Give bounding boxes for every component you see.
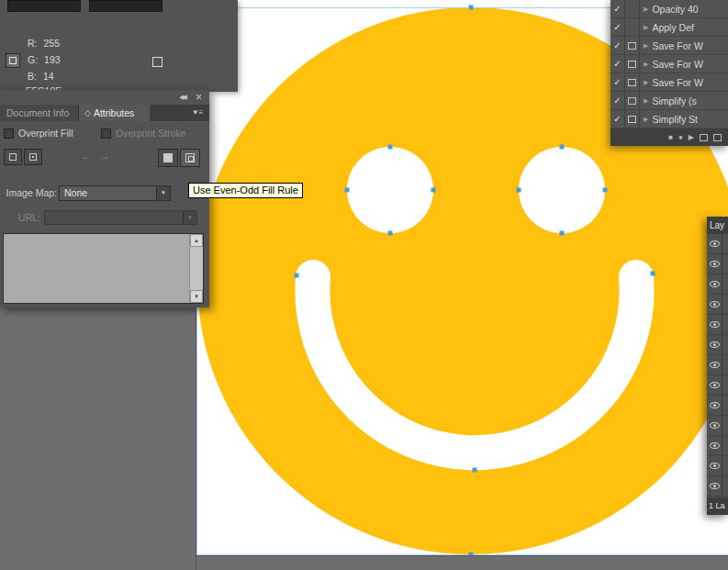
visibility-toggle[interactable] bbox=[707, 355, 722, 374]
visibility-toggle[interactable] bbox=[707, 274, 722, 294]
actions-footer: ■ ● ▶ bbox=[610, 129, 728, 146]
action-dialog-cell[interactable] bbox=[625, 55, 640, 73]
layer-row[interactable] bbox=[707, 254, 728, 274]
collapse-panel-icon[interactable]: ◀◀ bbox=[179, 94, 185, 101]
expand-triangle-icon[interactable]: ▶ bbox=[644, 6, 648, 13]
action-row[interactable]: ✓ ▶ Save For W bbox=[610, 73, 728, 92]
visibility-toggle[interactable] bbox=[707, 234, 722, 253]
overprint-stroke-checkbox[interactable] bbox=[101, 129, 111, 139]
dialog-toggle-icon bbox=[628, 97, 636, 105]
pasteboard-left bbox=[0, 307, 196, 570]
visibility-toggle[interactable] bbox=[707, 476, 722, 496]
visibility-toggle[interactable] bbox=[707, 375, 722, 395]
dialog-toggle-icon bbox=[628, 116, 636, 123]
action-check-icon[interactable]: ✓ bbox=[610, 110, 625, 128]
channel-row-green: G: 193 bbox=[28, 54, 61, 65]
action-check-icon[interactable]: ✓ bbox=[610, 37, 625, 54]
layer-row[interactable] bbox=[707, 234, 728, 254]
visibility-toggle[interactable] bbox=[707, 416, 722, 435]
channel-value[interactable]: 14 bbox=[43, 71, 54, 82]
swatch-icon bbox=[9, 57, 17, 64]
new-action-icon[interactable] bbox=[700, 134, 708, 141]
channel-value[interactable]: 193 bbox=[44, 54, 61, 65]
tab-attributes[interactable]: ◇ Attributes bbox=[79, 105, 150, 121]
fill-proxy-swatch[interactable] bbox=[6, 53, 20, 68]
expand-triangle-icon[interactable]: ▶ bbox=[644, 97, 648, 105]
layer-row[interactable] bbox=[707, 274, 728, 295]
color-well[interactable] bbox=[89, 0, 162, 12]
action-dialog-cell[interactable] bbox=[625, 37, 640, 54]
preview-scrollbar[interactable]: ▲ ▼ bbox=[189, 234, 203, 303]
action-dialog-cell[interactable] bbox=[625, 73, 640, 91]
action-check-icon[interactable]: ✓ bbox=[610, 73, 625, 91]
layer-row[interactable] bbox=[707, 416, 728, 436]
action-check-icon[interactable]: ✓ bbox=[610, 0, 625, 17]
layer-row[interactable] bbox=[707, 375, 728, 396]
reverse-path-right-icon[interactable]: → bbox=[99, 150, 110, 162]
action-dialog-cell[interactable] bbox=[625, 110, 640, 128]
action-row[interactable]: ✓ ▶ Save For W bbox=[610, 37, 728, 55]
smiley-right-eye[interactable] bbox=[519, 147, 605, 233]
visibility-toggle[interactable] bbox=[707, 254, 722, 274]
visibility-toggle[interactable] bbox=[707, 456, 722, 475]
nonzero-winding-fill-button[interactable] bbox=[158, 149, 178, 167]
expand-triangle-icon[interactable]: ▶ bbox=[644, 116, 648, 123]
close-panel-icon[interactable]: × bbox=[196, 91, 202, 104]
empty-swatch[interactable] bbox=[152, 57, 162, 67]
image-map-dropdown[interactable]: None ▼ bbox=[59, 185, 171, 201]
visibility-toggle[interactable] bbox=[707, 436, 722, 455]
delete-action-icon[interactable] bbox=[713, 134, 722, 141]
action-row[interactable]: ✓ ▶ Apply Def bbox=[610, 18, 728, 37]
eye-icon bbox=[710, 442, 720, 449]
play-icon[interactable]: ▶ bbox=[689, 134, 694, 141]
layer-row[interactable] bbox=[707, 315, 728, 335]
anchor-point bbox=[388, 145, 393, 150]
action-check-icon[interactable]: ✓ bbox=[610, 92, 625, 109]
layer-row[interactable] bbox=[707, 355, 728, 375]
action-check-icon[interactable]: ✓ bbox=[610, 18, 625, 36]
action-dialog-cell[interactable] bbox=[625, 92, 640, 109]
layer-row[interactable] bbox=[707, 295, 728, 315]
smiley-left-eye[interactable] bbox=[347, 147, 433, 233]
dialog-toggle-icon bbox=[628, 61, 636, 68]
action-row[interactable]: ✓ ▶ Simplify (s bbox=[610, 92, 728, 110]
action-label: Save For W bbox=[652, 77, 702, 88]
layer-row[interactable] bbox=[707, 476, 728, 497]
channel-label: B: bbox=[28, 71, 37, 82]
expand-triangle-icon[interactable]: ▶ bbox=[644, 24, 648, 31]
dont-show-center-button[interactable] bbox=[24, 149, 42, 165]
record-icon[interactable]: ● bbox=[678, 134, 683, 141]
expand-triangle-icon[interactable]: ▶ bbox=[644, 61, 648, 68]
layer-row[interactable] bbox=[707, 396, 728, 416]
action-row[interactable]: ✓ ▶ Opacity 40 bbox=[610, 0, 728, 18]
overprint-fill-checkbox[interactable] bbox=[4, 129, 14, 139]
show-center-button[interactable] bbox=[4, 149, 22, 165]
scroll-down-icon[interactable]: ▼ bbox=[190, 290, 203, 303]
reverse-path-left-icon[interactable]: ← bbox=[81, 150, 92, 162]
action-dialog-cell[interactable] bbox=[625, 0, 640, 17]
tab-document-info[interactable]: Document Info bbox=[0, 105, 79, 121]
channel-value[interactable]: 255 bbox=[44, 38, 61, 49]
panel-menu-icon[interactable]: ▼≡ bbox=[185, 105, 209, 121]
action-check-icon[interactable]: ✓ bbox=[610, 55, 625, 73]
anchor-point bbox=[431, 188, 436, 193]
action-row[interactable]: ✓ ▶ Simplify St bbox=[610, 110, 728, 129]
layer-row[interactable] bbox=[707, 335, 728, 355]
visibility-toggle[interactable] bbox=[707, 295, 722, 314]
eye-icon bbox=[710, 281, 720, 287]
stop-icon[interactable]: ■ bbox=[668, 134, 673, 141]
expand-triangle-icon[interactable]: ▶ bbox=[644, 79, 648, 86]
action-row[interactable]: ✓ ▶ Save For W bbox=[610, 55, 728, 73]
action-dialog-cell[interactable] bbox=[625, 18, 640, 36]
layer-row[interactable] bbox=[707, 456, 728, 476]
color-well[interactable] bbox=[7, 0, 81, 12]
visibility-toggle[interactable] bbox=[707, 315, 722, 334]
eye-icon bbox=[710, 463, 720, 469]
visibility-toggle[interactable] bbox=[707, 396, 722, 415]
even-odd-fill-button[interactable] bbox=[180, 149, 200, 167]
visibility-toggle[interactable] bbox=[707, 335, 722, 354]
layer-row[interactable] bbox=[707, 436, 728, 456]
scroll-up-icon[interactable]: ▲ bbox=[190, 234, 203, 247]
expand-triangle-icon[interactable]: ▶ bbox=[644, 42, 648, 50]
dropdown-arrow-icon[interactable]: ▼ bbox=[156, 186, 170, 200]
